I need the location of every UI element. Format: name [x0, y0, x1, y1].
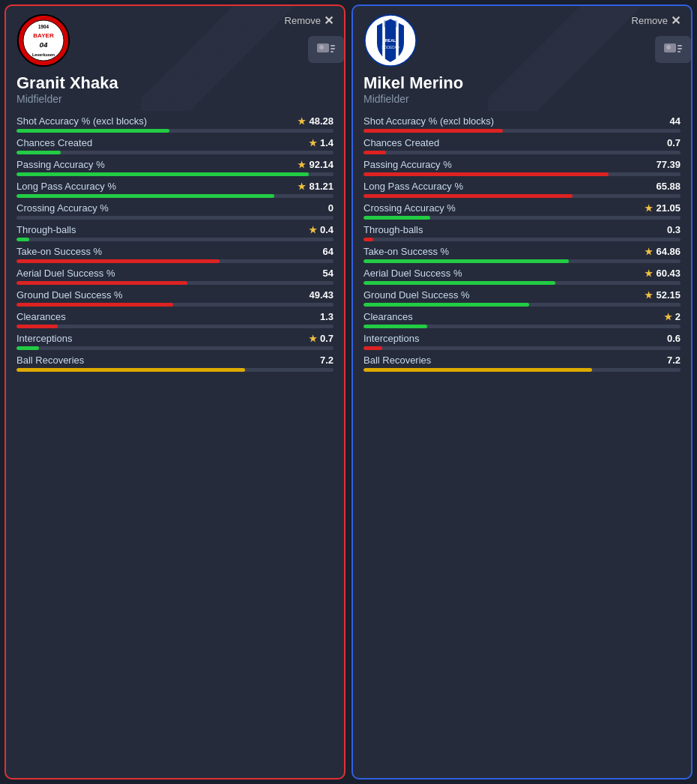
stat-value-9: ★ 2: [664, 311, 681, 322]
stat-row-10: Interceptions ★ 0.7: [16, 333, 334, 350]
bar-track-11: [16, 368, 334, 372]
stat-row-7: Aerial Duel Success % 54: [16, 268, 334, 285]
star-icon: ★: [645, 203, 653, 214]
stat-value-1: ★ 1.4: [309, 137, 334, 148]
club-logo: 1904 BAYER 04 Leverkusen: [16, 13, 70, 67]
bar-fill-10: [363, 346, 382, 350]
remove-label: Remove: [285, 15, 321, 26]
stat-value-6: ★ 64.86: [645, 246, 681, 257]
stat-value-2: ★ 92.14: [298, 159, 334, 170]
bar-fill-10: [16, 346, 39, 350]
stat-label-7: Aerial Duel Success %: [16, 268, 115, 279]
star-icon: ★: [298, 116, 306, 127]
star-icon: ★: [309, 225, 317, 235]
player-position: Midfielder: [363, 93, 681, 105]
stat-label-6: Take-on Success %: [16, 246, 102, 257]
stat-row-6: Take-on Success % ★ 64.86: [363, 246, 681, 263]
stat-value-3: 65.88: [656, 181, 681, 192]
stat-label-8: Ground Duel Success %: [16, 289, 123, 301]
stat-row-4: Crossing Accuracy % 0: [16, 202, 334, 220]
star-icon: ★: [645, 247, 653, 257]
stat-label-0: Shot Accuracy % (excl blocks): [16, 115, 147, 127]
stat-value-7: ★ 60.43: [645, 268, 681, 279]
stat-value-2: 77.39: [656, 159, 681, 170]
bar-track-6: [16, 259, 334, 263]
stat-value-8: ★ 52.15: [645, 289, 681, 301]
bar-track-2: [16, 172, 334, 176]
stat-row-2: Passing Accuracy % ★ 92.14: [16, 159, 334, 176]
star-icon: ★: [298, 160, 306, 170]
stat-value-4: ★ 21.05: [645, 202, 681, 214]
stat-label-3: Long Pass Accuracy %: [16, 181, 116, 192]
close-icon: ✕: [671, 13, 681, 28]
player-card-granit-xhaka: 1904 BAYER 04 Leverkusen Remove ✕ Granit…: [4, 4, 346, 780]
stat-label-2: Passing Accuracy %: [16, 159, 105, 170]
bar-track-3: [16, 194, 334, 198]
bar-fill-1: [16, 151, 61, 154]
stat-value-7: 54: [323, 268, 334, 279]
remove-button[interactable]: Remove ✕: [285, 13, 334, 28]
bar-track-10: [16, 346, 334, 350]
stat-label-0: Shot Accuracy % (excl blocks): [363, 115, 494, 127]
stat-label-2: Passing Accuracy %: [363, 159, 452, 170]
bar-fill-8: [16, 303, 173, 307]
stat-row-8: Ground Duel Success % ★ 52.15: [363, 289, 681, 307]
bar-track-5: [16, 238, 334, 241]
svg-text:1904: 1904: [38, 24, 49, 29]
remove-button[interactable]: Remove ✕: [632, 13, 681, 28]
stat-value-9: 1.3: [320, 311, 334, 322]
remove-label: Remove: [632, 15, 668, 26]
bar-fill-9: [363, 325, 427, 328]
bar-fill-8: [363, 303, 529, 307]
bar-track-9: [363, 325, 681, 328]
stat-label-6: Take-on Success %: [363, 246, 449, 257]
stat-value-8: 49.43: [309, 289, 334, 301]
stat-label-1: Chances Created: [363, 137, 439, 148]
star-icon: ★: [645, 268, 653, 279]
star-icon: ★: [298, 181, 306, 192]
bar-fill-2: [16, 172, 309, 176]
stat-row-11: Ball Recoveries 7.2: [16, 355, 334, 372]
stat-row-9: Clearances ★ 2: [363, 311, 681, 328]
bar-fill-7: [363, 281, 555, 285]
stat-label-3: Long Pass Accuracy %: [363, 181, 463, 192]
bar-track-1: [363, 151, 681, 154]
stat-row-0: Shot Accuracy % (excl blocks) 44: [363, 115, 681, 133]
bar-fill-6: [16, 259, 220, 263]
bar-track-0: [363, 129, 681, 133]
stat-row-1: Chances Created 0.7: [363, 137, 681, 154]
bar-track-8: [363, 303, 681, 307]
stat-row-8: Ground Duel Success % 49.43: [16, 289, 334, 307]
player-name: Mikel Merino: [363, 73, 681, 93]
stat-value-5: ★ 0.4: [309, 224, 334, 235]
bar-fill-5: [16, 238, 29, 241]
bar-fill-11: [16, 368, 245, 372]
stat-label-4: Crossing Accuracy %: [363, 202, 456, 214]
svg-text:SOCIEDAD: SOCIEDAD: [381, 46, 399, 49]
stat-row-5: Through-balls 0.3: [363, 224, 681, 241]
bar-fill-6: [363, 259, 569, 263]
close-icon: ✕: [324, 13, 334, 28]
stat-value-10: 0.6: [667, 333, 681, 344]
stat-row-2: Passing Accuracy % 77.39: [363, 159, 681, 176]
stat-row-0: Shot Accuracy % (excl blocks) ★ 48.28: [16, 115, 334, 133]
bar-track-7: [16, 281, 334, 285]
bar-fill-5: [363, 238, 373, 241]
bar-track-1: [16, 151, 334, 154]
stat-label-4: Crossing Accuracy %: [16, 202, 109, 214]
bar-fill-2: [363, 172, 609, 176]
stat-label-10: Interceptions: [363, 333, 419, 344]
bar-track-7: [363, 281, 681, 285]
bar-fill-11: [363, 368, 592, 372]
stat-label-11: Ball Recoveries: [16, 355, 84, 366]
bar-track-8: [16, 303, 334, 307]
bar-track-2: [363, 172, 681, 176]
svg-text:04: 04: [40, 40, 48, 49]
player-name: Granit Xhaka: [16, 73, 334, 93]
stat-label-10: Interceptions: [16, 333, 72, 344]
stat-row-7: Aerial Duel Success % ★ 60.43: [363, 268, 681, 285]
stat-value-11: 7.2: [320, 355, 334, 366]
bar-fill-4: [363, 216, 430, 220]
stat-row-6: Take-on Success % 64: [16, 246, 334, 263]
stat-value-5: 0.3: [667, 224, 681, 235]
